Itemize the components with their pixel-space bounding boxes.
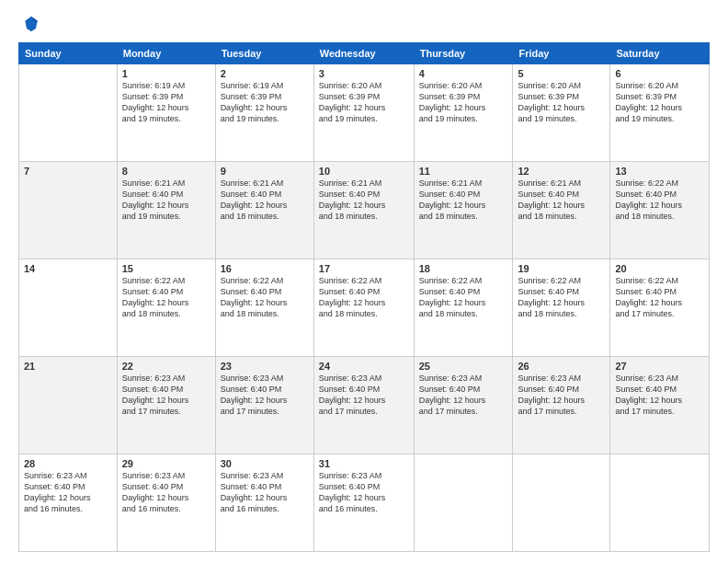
day-header-thursday: Thursday: [414, 43, 513, 64]
calendar-cell: 17Sunrise: 6:22 AMSunset: 6:40 PMDayligh…: [313, 259, 414, 357]
calendar-cell: [513, 454, 610, 552]
page: SundayMondayTuesdayWednesdayThursdayFrid…: [0, 0, 728, 563]
day-info: Sunrise: 6:21 AMSunset: 6:40 PMDaylight:…: [419, 178, 508, 223]
day-number: 21: [24, 361, 112, 372]
calendar-cell: [610, 454, 710, 552]
day-header-friday: Friday: [513, 43, 610, 64]
day-number: 14: [24, 263, 112, 274]
day-header-monday: Monday: [117, 43, 215, 64]
day-info: Sunrise: 6:19 AMSunset: 6:39 PMDaylight:…: [122, 80, 210, 125]
calendar-cell: 22Sunrise: 6:23 AMSunset: 6:40 PMDayligh…: [117, 357, 215, 454]
calendar-cell: 26Sunrise: 6:23 AMSunset: 6:40 PMDayligh…: [513, 357, 610, 454]
day-number: 8: [122, 166, 210, 177]
logo-icon: [22, 15, 40, 33]
calendar-cell: 31Sunrise: 6:23 AMSunset: 6:40 PMDayligh…: [313, 454, 414, 552]
calendar-cell: 5Sunrise: 6:20 AMSunset: 6:39 PMDaylight…: [513, 64, 610, 162]
day-number: 31: [319, 458, 409, 469]
calendar-header-row: SundayMondayTuesdayWednesdayThursdayFrid…: [19, 43, 710, 64]
calendar-cell: 7: [19, 162, 118, 259]
day-info: Sunrise: 6:22 AMSunset: 6:40 PMDaylight:…: [518, 275, 605, 320]
logo: [18, 15, 42, 33]
calendar-cell: 20Sunrise: 6:22 AMSunset: 6:40 PMDayligh…: [610, 259, 710, 357]
day-number: 7: [24, 166, 112, 177]
day-number: 17: [319, 263, 409, 274]
day-number: 3: [319, 68, 409, 79]
calendar-cell: [19, 64, 118, 162]
day-info: Sunrise: 6:20 AMSunset: 6:39 PMDaylight:…: [615, 80, 704, 125]
day-number: 6: [615, 68, 704, 79]
day-number: 4: [419, 68, 508, 79]
header: [18, 15, 710, 33]
calendar-cell: 3Sunrise: 6:20 AMSunset: 6:39 PMDaylight…: [313, 64, 414, 162]
calendar-cell: 1Sunrise: 6:19 AMSunset: 6:39 PMDaylight…: [117, 64, 215, 162]
calendar-cell: 4Sunrise: 6:20 AMSunset: 6:39 PMDaylight…: [414, 64, 513, 162]
day-info: Sunrise: 6:22 AMSunset: 6:40 PMDaylight:…: [615, 178, 704, 223]
day-info: Sunrise: 6:19 AMSunset: 6:39 PMDaylight:…: [221, 80, 309, 125]
calendar-cell: 8Sunrise: 6:21 AMSunset: 6:40 PMDaylight…: [117, 162, 215, 259]
day-number: 27: [615, 361, 704, 372]
calendar-cell: [414, 454, 513, 552]
day-info: Sunrise: 6:21 AMSunset: 6:40 PMDaylight:…: [518, 178, 605, 223]
day-info: Sunrise: 6:22 AMSunset: 6:40 PMDaylight:…: [615, 275, 704, 320]
day-info: Sunrise: 6:20 AMSunset: 6:39 PMDaylight:…: [419, 80, 508, 125]
day-info: Sunrise: 6:22 AMSunset: 6:40 PMDaylight:…: [122, 275, 210, 320]
day-info: Sunrise: 6:21 AMSunset: 6:40 PMDaylight:…: [122, 178, 210, 223]
day-number: 10: [319, 166, 409, 177]
calendar-cell: 9Sunrise: 6:21 AMSunset: 6:40 PMDaylight…: [215, 162, 313, 259]
day-number: 5: [518, 68, 605, 79]
day-info: Sunrise: 6:23 AMSunset: 6:40 PMDaylight:…: [122, 373, 210, 418]
day-info: Sunrise: 6:21 AMSunset: 6:40 PMDaylight:…: [319, 178, 409, 223]
day-info: Sunrise: 6:23 AMSunset: 6:40 PMDaylight:…: [221, 470, 309, 515]
day-number: 19: [518, 263, 605, 274]
calendar-cell: 30Sunrise: 6:23 AMSunset: 6:40 PMDayligh…: [215, 454, 313, 552]
calendar-cell: 11Sunrise: 6:21 AMSunset: 6:40 PMDayligh…: [414, 162, 513, 259]
day-number: 28: [24, 458, 112, 469]
calendar-cell: 19Sunrise: 6:22 AMSunset: 6:40 PMDayligh…: [513, 259, 610, 357]
calendar-cell: 25Sunrise: 6:23 AMSunset: 6:40 PMDayligh…: [414, 357, 513, 454]
calendar-cell: 18Sunrise: 6:22 AMSunset: 6:40 PMDayligh…: [414, 259, 513, 357]
day-number: 15: [122, 263, 210, 274]
day-info: Sunrise: 6:20 AMSunset: 6:39 PMDaylight:…: [319, 80, 409, 125]
day-number: 30: [221, 458, 309, 469]
day-info: Sunrise: 6:23 AMSunset: 6:40 PMDaylight:…: [615, 373, 704, 418]
day-header-wednesday: Wednesday: [313, 43, 414, 64]
calendar-cell: 14: [19, 259, 118, 357]
day-number: 9: [221, 166, 309, 177]
calendar-cell: 27Sunrise: 6:23 AMSunset: 6:40 PMDayligh…: [610, 357, 710, 454]
calendar-cell: 10Sunrise: 6:21 AMSunset: 6:40 PMDayligh…: [313, 162, 414, 259]
calendar-table: SundayMondayTuesdayWednesdayThursdayFrid…: [18, 42, 710, 552]
day-info: Sunrise: 6:23 AMSunset: 6:40 PMDaylight:…: [319, 470, 409, 515]
day-number: 11: [419, 166, 508, 177]
day-number: 26: [518, 361, 605, 372]
day-info: Sunrise: 6:23 AMSunset: 6:40 PMDaylight:…: [518, 373, 605, 418]
day-info: Sunrise: 6:23 AMSunset: 6:40 PMDaylight:…: [122, 470, 210, 515]
calendar-cell: 6Sunrise: 6:20 AMSunset: 6:39 PMDaylight…: [610, 64, 710, 162]
calendar-cell: 28Sunrise: 6:23 AMSunset: 6:40 PMDayligh…: [19, 454, 118, 552]
calendar-cell: 13Sunrise: 6:22 AMSunset: 6:40 PMDayligh…: [610, 162, 710, 259]
day-number: 22: [122, 361, 210, 372]
calendar-cell: 12Sunrise: 6:21 AMSunset: 6:40 PMDayligh…: [513, 162, 610, 259]
day-number: 12: [518, 166, 605, 177]
day-info: Sunrise: 6:22 AMSunset: 6:40 PMDaylight:…: [419, 275, 508, 320]
logo-area: [18, 15, 42, 33]
day-number: 24: [319, 361, 409, 372]
calendar-cell: 16Sunrise: 6:22 AMSunset: 6:40 PMDayligh…: [215, 259, 313, 357]
day-info: Sunrise: 6:21 AMSunset: 6:40 PMDaylight:…: [221, 178, 309, 223]
calendar-week-3: 2122Sunrise: 6:23 AMSunset: 6:40 PMDayli…: [19, 357, 710, 454]
day-info: Sunrise: 6:23 AMSunset: 6:40 PMDaylight:…: [319, 373, 409, 418]
day-info: Sunrise: 6:20 AMSunset: 6:39 PMDaylight:…: [518, 80, 605, 125]
day-info: Sunrise: 6:23 AMSunset: 6:40 PMDaylight:…: [419, 373, 508, 418]
day-number: 20: [615, 263, 704, 274]
day-number: 18: [419, 263, 508, 274]
calendar-cell: 2Sunrise: 6:19 AMSunset: 6:39 PMDaylight…: [215, 64, 313, 162]
day-info: Sunrise: 6:22 AMSunset: 6:40 PMDaylight:…: [319, 275, 409, 320]
day-info: Sunrise: 6:22 AMSunset: 6:40 PMDaylight:…: [221, 275, 309, 320]
day-number: 1: [122, 68, 210, 79]
calendar-cell: 24Sunrise: 6:23 AMSunset: 6:40 PMDayligh…: [313, 357, 414, 454]
day-info: Sunrise: 6:23 AMSunset: 6:40 PMDaylight:…: [221, 373, 309, 418]
calendar-cell: 15Sunrise: 6:22 AMSunset: 6:40 PMDayligh…: [117, 259, 215, 357]
day-number: 16: [221, 263, 309, 274]
calendar-cell: 23Sunrise: 6:23 AMSunset: 6:40 PMDayligh…: [215, 357, 313, 454]
calendar-week-4: 28Sunrise: 6:23 AMSunset: 6:40 PMDayligh…: [19, 454, 710, 552]
calendar-cell: 29Sunrise: 6:23 AMSunset: 6:40 PMDayligh…: [117, 454, 215, 552]
